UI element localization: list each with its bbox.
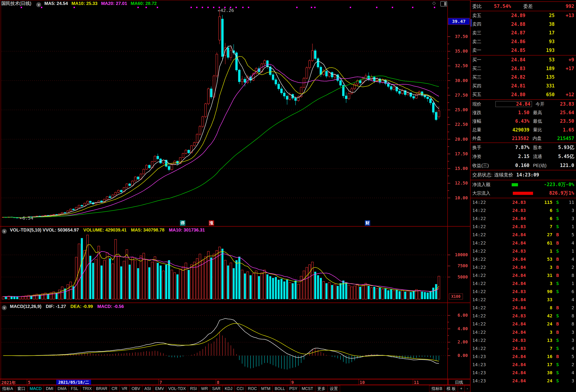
collapse-chevron-icon[interactable]: ∨ <box>2 305 7 310</box>
tx-price: 24.84 <box>492 330 526 335</box>
event-badge-停[interactable]: 停 <box>180 220 185 226</box>
tab-指标A[interactable]: 指标A <box>0 385 15 392</box>
tx-volume: 7 <box>526 346 552 351</box>
status-time: 14:23:09 <box>517 172 539 178</box>
buy-row[interactable]: 买一24.8453+9 <box>470 55 576 64</box>
ma1-value: MA5: 24.54 <box>44 1 68 6</box>
order-volume: 650 <box>525 92 555 97</box>
tab-RSI[interactable]: RSI <box>188 385 199 392</box>
collapse-chevron-icon[interactable]: ∨ <box>36 2 41 7</box>
tx-time: 14:23 <box>472 354 492 359</box>
tx-volume: 17 <box>526 362 552 367</box>
price-tick-label: 35.00 <box>448 49 468 53</box>
buy-row[interactable]: 买四24.81331 <box>470 81 576 90</box>
event-badge-财[interactable]: 财 <box>365 220 370 226</box>
tx-count: 6 <box>563 289 574 294</box>
tab-ROC[interactable]: ROC <box>246 385 259 392</box>
event-badge-涨[interactable]: 涨 <box>209 220 214 226</box>
quote-row: 总量429039量比1.65 <box>470 126 576 134</box>
tab--[interactable]: - <box>464 385 470 392</box>
status-value: 连续竞价 <box>494 172 513 178</box>
tab-ASI[interactable]: ASI <box>142 385 153 392</box>
tx-time: 14:22 <box>472 313 492 318</box>
tab-SAR[interactable]: SAR <box>210 385 223 392</box>
tab-WR[interactable]: WR <box>199 385 210 392</box>
tab-VOL-TDX[interactable]: VOL-TDX <box>166 385 188 392</box>
buy-row[interactable]: 买二24.83189+17 <box>470 64 576 73</box>
tab-MACD[interactable]: MACD <box>28 385 44 392</box>
sell-row[interactable]: 卖四24.8838 <box>470 20 576 29</box>
tx-price: 24.84 <box>492 264 526 270</box>
price-tick-label: 30.00 <box>448 78 468 83</box>
tab-VR[interactable]: VR <box>119 385 130 392</box>
collapse-chevron-icon[interactable]: ∨ <box>2 229 7 234</box>
tab-TRIX[interactable]: TRIX <box>80 385 94 392</box>
funds-value1: 7.87% <box>496 145 529 150</box>
tx-time: 14:23 <box>472 370 492 375</box>
tab-PSY[interactable]: PSY <box>287 385 300 392</box>
tx-time: 14:22 <box>472 208 492 213</box>
trade-status-row: 交易状态: 连续竞价14:23:09 <box>470 170 576 179</box>
funds-value2: 5.45亿 <box>558 153 574 159</box>
tab-窗口[interactable]: 窗口 <box>15 385 28 392</box>
tx-side: S <box>552 370 563 375</box>
tx-side: B <box>552 305 563 311</box>
tx-price: 24.84 <box>492 240 526 246</box>
tx-volume: 16 <box>526 354 552 359</box>
flow-pct: -0% <box>566 182 574 187</box>
transaction-row: 14:2224.837S4 <box>470 344 576 352</box>
tab-+[interactable]: + <box>458 385 465 392</box>
sell-section: 卖五24.8925+13卖四24.8838卖三24.8717卖二24.8693卖… <box>470 11 576 55</box>
tab-模 板[interactable]: 模 板 <box>444 385 458 392</box>
tx-side: S <box>552 338 563 343</box>
tab-DMI[interactable]: DMI <box>44 385 56 392</box>
window-split-icon[interactable] <box>440 1 447 6</box>
tx-price: 24.83 <box>492 200 526 205</box>
flow-bar-cell <box>512 182 537 187</box>
date-tick-label: 10 <box>360 380 365 385</box>
tab-KDJ[interactable]: KDJ <box>222 385 234 392</box>
tab-更多[interactable]: 更多 <box>315 385 328 392</box>
tab-DMA[interactable]: DMA <box>55 385 69 392</box>
sell-row[interactable]: 卖一24.85193 <box>470 46 576 55</box>
sell-row[interactable]: 卖二24.8693 <box>470 37 576 46</box>
tx-side: B <box>552 273 563 278</box>
tx-side: B <box>552 354 563 359</box>
order-volume: 17 <box>525 30 555 35</box>
period-label[interactable]: 日线 <box>448 380 470 385</box>
tx-volume: 33 <box>526 297 552 302</box>
tab-FSL[interactable]: FSL <box>69 385 81 392</box>
tab-OBV[interactable]: OBV <box>129 385 142 392</box>
transaction-row: 14:2224.836S3 <box>470 206 576 214</box>
quote-row: 涨幅6.43%最低23.50 <box>470 117 576 125</box>
transaction-row: 14:2224.8427B5 <box>470 231 576 239</box>
quote-value2: 23.83 <box>560 101 574 107</box>
money-flow-section: 净流入额-223.0万-0%大宗流入826.9万1% <box>470 180 576 197</box>
tx-side: B <box>552 330 563 335</box>
tx-time: 14:22 <box>472 257 492 262</box>
tab-BRAR[interactable]: BRAR <box>94 385 110 392</box>
order-price: 24.87 <box>492 30 525 35</box>
tab-BOLL[interactable]: BOLL <box>272 385 287 392</box>
tab-EMV[interactable]: EMV <box>153 385 166 392</box>
tab-MTM[interactable]: MTM <box>259 385 273 392</box>
transaction-row: 14:2224.837S1 <box>470 223 576 231</box>
volume-tick-label: 5000 <box>448 274 468 279</box>
order-volume: 189 <box>525 66 555 71</box>
buy-row[interactable]: 买三24.82135 <box>470 73 576 81</box>
diamond-icon[interactable]: ◇ <box>432 0 436 6</box>
macd-tick-label: 0.00 <box>448 353 468 358</box>
tab-CCI[interactable]: CCI <box>234 385 246 392</box>
sell-row[interactable]: 卖五24.8925+13 <box>470 11 576 20</box>
tab-CR[interactable]: CR <box>109 385 120 392</box>
sell-row[interactable]: 卖三24.8717 <box>470 28 576 37</box>
tx-time: 14:22 <box>472 281 492 286</box>
buy-row[interactable]: 买五24.80650+12 <box>470 90 576 99</box>
tab-指标B[interactable]: 指标B <box>429 385 444 392</box>
tab-设置[interactable]: 设置 <box>327 385 340 392</box>
tab-MCST[interactable]: MCST <box>299 385 315 392</box>
selected-date-box[interactable]: 2021/05/18/二 <box>56 380 91 385</box>
quote-value1: 1.50 <box>496 110 529 115</box>
flow-label: 净流入额 <box>472 182 512 188</box>
date-tick-label: 5 <box>28 380 30 385</box>
